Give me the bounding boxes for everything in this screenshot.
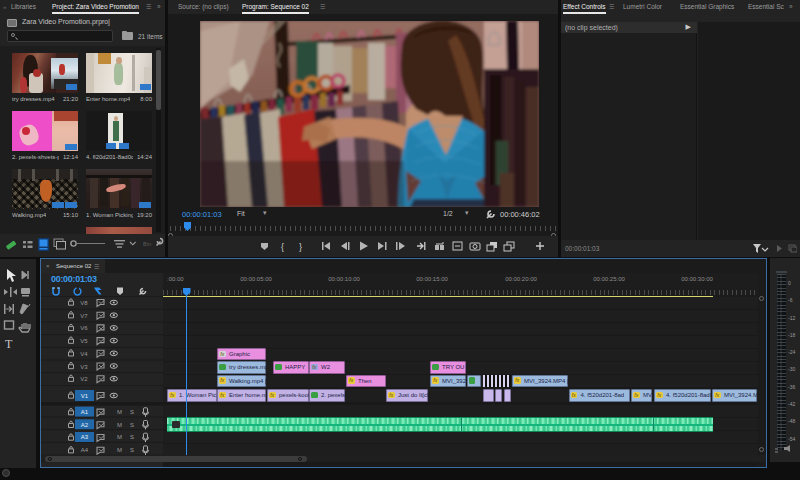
svg-text:M: M bbox=[117, 409, 122, 415]
svg-text:S: S bbox=[130, 434, 134, 440]
svg-text:S: S bbox=[130, 422, 134, 428]
svg-text:A2: A2 bbox=[81, 422, 89, 428]
svg-text:V3: V3 bbox=[80, 364, 88, 370]
svg-text:M: M bbox=[117, 422, 122, 428]
svg-text:A1: A1 bbox=[81, 409, 89, 415]
svg-text:A3: A3 bbox=[81, 434, 89, 440]
svg-text:V1: V1 bbox=[81, 393, 89, 399]
svg-text:Bin: Bin bbox=[143, 241, 151, 247]
svg-text:V4: V4 bbox=[80, 351, 88, 357]
svg-text:V2: V2 bbox=[80, 376, 88, 382]
svg-text:V7: V7 bbox=[80, 313, 88, 319]
svg-text:{: { bbox=[281, 242, 284, 252]
svg-text:V5: V5 bbox=[80, 338, 88, 344]
svg-text:A4: A4 bbox=[81, 447, 89, 453]
svg-text:}: } bbox=[299, 242, 302, 252]
svg-text:V6: V6 bbox=[80, 325, 88, 331]
svg-text:V8: V8 bbox=[80, 300, 88, 306]
svg-text:M: M bbox=[117, 434, 122, 440]
svg-text:S: S bbox=[130, 447, 134, 453]
svg-text:S: S bbox=[130, 409, 134, 415]
svg-text:T: T bbox=[5, 337, 13, 351]
svg-text:M: M bbox=[117, 447, 122, 453]
